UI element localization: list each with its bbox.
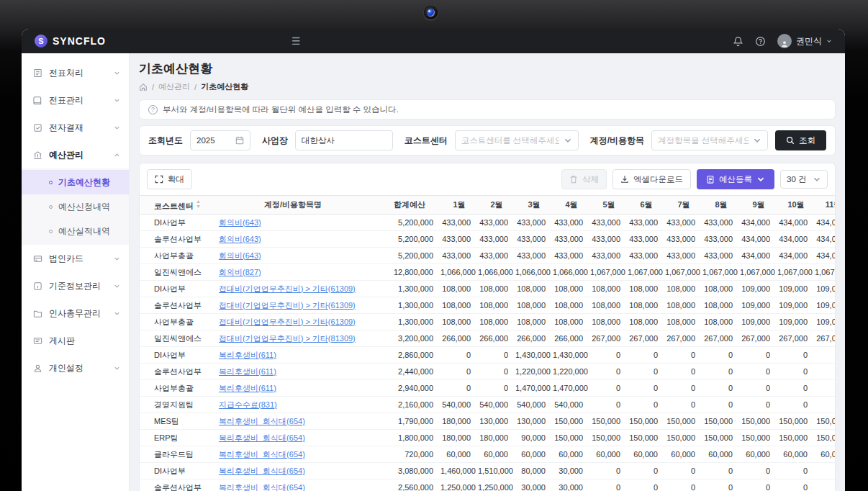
account-cell: 복리후생비(611) bbox=[207, 364, 379, 380]
sidebar-item-slip-manage[interactable]: 전표관리 bbox=[22, 86, 129, 114]
chevron-down-icon bbox=[114, 283, 120, 289]
budget-register-button[interactable]: 예산등록 bbox=[697, 169, 774, 189]
year-input[interactable]: 2025 bbox=[190, 130, 250, 150]
month-budget-cell: 0 bbox=[702, 479, 740, 491]
cost-center-cell: 경영지원팀 bbox=[145, 397, 207, 413]
month-budget-cell: 433,000 bbox=[440, 231, 478, 248]
month-budget-cell: 434,000 bbox=[740, 215, 777, 231]
account-link[interactable]: 회의비(643) bbox=[219, 218, 261, 227]
sidebar-item-label: 전자결재 bbox=[49, 122, 114, 134]
month-budget-cell: 433,000 bbox=[478, 215, 515, 231]
month-budget-cell: 0 bbox=[740, 347, 777, 364]
month-budget-cell: 150,000 bbox=[628, 430, 665, 446]
home-icon[interactable] bbox=[139, 83, 148, 91]
breadcrumb: / 예산관리 / 기초예산현황 bbox=[139, 81, 836, 92]
month-budget-cell: 1,460,000 bbox=[440, 463, 478, 479]
account-link[interactable]: 지급수수료(831) bbox=[219, 400, 277, 409]
month-budget-cell: 108,000 bbox=[665, 314, 702, 330]
column-header[interactable]: 코스트센터▲▼ bbox=[145, 196, 207, 215]
search-button[interactable]: 조회 bbox=[775, 130, 826, 150]
month-budget-cell: 433,000 bbox=[628, 248, 665, 264]
chevron-down-icon bbox=[114, 256, 120, 262]
sidebar-subitem-label: 예산신청내역 bbox=[58, 201, 110, 213]
account-link[interactable]: 복리후생비_회식대(654) bbox=[219, 483, 305, 491]
page-size-select[interactable]: 30 건 bbox=[780, 170, 828, 189]
sidebar-item-corp-card[interactable]: 법인카드 bbox=[22, 245, 129, 272]
sidebar-item-board[interactable]: 게시판 bbox=[22, 327, 129, 354]
month-budget-cell: 0 bbox=[777, 463, 815, 479]
month-budget-cell: 108,000 bbox=[702, 314, 740, 330]
excel-download-button[interactable]: 엑셀다운로드 bbox=[612, 169, 691, 189]
sidebar-item-budget-manage[interactable]: 예산관리 bbox=[22, 141, 129, 168]
account-link[interactable]: 회의비(643) bbox=[219, 235, 261, 243]
month-budget-cell: 109,000 bbox=[815, 297, 835, 314]
account-link[interactable]: 접대비(기업업무추진비) > 기타(81309) bbox=[219, 334, 356, 343]
account-link[interactable]: 복리후생비_회식대(654) bbox=[219, 467, 305, 475]
sort-icon[interactable]: ▲▼ bbox=[196, 199, 200, 209]
account-link[interactable]: 복리후생비(611) bbox=[219, 367, 276, 376]
month-budget-cell: 433,000 bbox=[590, 231, 628, 248]
month-budget-cell: 108,000 bbox=[478, 297, 515, 314]
sidebar-item-e-approval[interactable]: 전자결재 bbox=[22, 114, 129, 141]
sidebar-item-personal-settings[interactable]: 개인설정 bbox=[22, 354, 129, 382]
sidebar-subitem-budget-request-history[interactable]: 예산신청내역 bbox=[22, 194, 129, 219]
account-link[interactable]: 회의비(643) bbox=[219, 251, 261, 260]
account-link[interactable]: 복리후생비(611) bbox=[219, 351, 276, 359]
help-icon[interactable] bbox=[755, 36, 766, 47]
sidebar-item-master-info[interactable]: 기준정보관리 bbox=[22, 272, 129, 299]
sidebar-subitem-label: 예산실적내역 bbox=[58, 225, 110, 238]
breadcrumb-current: 기초예산현황 bbox=[201, 81, 248, 92]
breadcrumb-item[interactable]: 예산관리 bbox=[158, 81, 190, 92]
account-link[interactable]: 복리후생비_회식대(654) bbox=[219, 417, 305, 425]
month-budget-cell: 433,000 bbox=[590, 215, 628, 231]
account-link[interactable]: 접대비(기업업무추진비) > 기타(61309) bbox=[219, 284, 356, 293]
month-budget-cell: 0 bbox=[628, 347, 665, 364]
month-budget-cell: 433,000 bbox=[702, 215, 740, 231]
month-budget-cell: 0 bbox=[440, 364, 478, 380]
account-link[interactable]: 접대비(기업업무추진비) > 기타(61309) bbox=[219, 301, 356, 310]
account-select[interactable]: 계정항목을 선택해주세요. bbox=[651, 130, 768, 150]
account-link[interactable]: 복리후생비_회식대(654) bbox=[219, 450, 305, 459]
menu-toggle-icon[interactable]: ☰ bbox=[291, 36, 301, 46]
sidebar-item-hr-admin[interactable]: 인사총무관리 bbox=[22, 299, 129, 327]
site-input[interactable]: 대한상사 bbox=[295, 130, 393, 150]
month-budget-cell: 433,000 bbox=[628, 231, 665, 248]
checkbox-cell bbox=[140, 314, 145, 330]
costcenter-select[interactable]: 코스트센터를 선택해주세요. bbox=[455, 130, 579, 150]
month-budget-cell: 150,000 bbox=[628, 413, 665, 430]
account-link[interactable]: 회의비(827) bbox=[219, 268, 261, 276]
month-budget-cell: 109,000 bbox=[815, 314, 835, 330]
bell-icon[interactable] bbox=[733, 36, 743, 47]
account-link[interactable]: 접대비(기업업무추진비) > 기타(61309) bbox=[219, 317, 356, 326]
sidebar-subitem-budget-actual-history[interactable]: 예산실적내역 bbox=[22, 219, 129, 243]
delete-button[interactable]: 삭제 bbox=[561, 169, 607, 189]
month-budget-cell: 267,000 bbox=[740, 330, 777, 347]
sidebar-subitem-budget-base-status[interactable]: 기초예산현황 bbox=[22, 170, 129, 194]
month-budget-cell: 109,000 bbox=[740, 281, 777, 297]
month-budget-cell: 433,000 bbox=[515, 231, 553, 248]
checkbox-cell bbox=[140, 446, 145, 463]
month-budget-cell: 60,000 bbox=[440, 446, 478, 463]
sidebar: 전표처리전표관리전자결재예산관리기초예산현황예산신청내역예산실적내역법인카드기준… bbox=[22, 53, 130, 491]
month-budget-cell: 0 bbox=[628, 380, 665, 397]
chevron-down-icon bbox=[114, 365, 120, 371]
month-budget-cell: 0 bbox=[628, 479, 665, 491]
app-logo: S SYNCFLO bbox=[35, 35, 106, 48]
table-header-row: 코스트센터▲▼계정/비용항목명합계예산1월2월3월4월5월6월7월8월9월10월… bbox=[140, 196, 835, 215]
account-link[interactable]: 복리후생비(611) bbox=[219, 384, 276, 392]
user-menu[interactable]: 권민식 bbox=[777, 34, 832, 48]
app-window: S SYNCFLO ☰ 권민식 전표처리전표관리전자결재예산관리기초예산현황예산… bbox=[22, 29, 845, 491]
month-budget-cell: 150,000 bbox=[740, 413, 777, 430]
checkbox-cell bbox=[140, 330, 145, 347]
table-row: 솔루션사업부회의비(643)5,200,000433,000433,000433… bbox=[140, 231, 835, 248]
sidebar-item-label: 기준정보관리 bbox=[49, 280, 114, 292]
column-header: 2월 bbox=[478, 196, 515, 215]
sidebar-item-slip-process[interactable]: 전표처리 bbox=[22, 59, 129, 86]
month-budget-cell: 0 bbox=[740, 397, 777, 413]
account-link[interactable]: 복리후생비_회식대(654) bbox=[219, 433, 305, 442]
month-budget-cell: 0 bbox=[628, 397, 665, 413]
expand-button[interactable]: 확대 bbox=[147, 169, 192, 189]
month-budget-cell: 150,000 bbox=[815, 430, 835, 446]
column-header: 4월 bbox=[553, 196, 590, 215]
total-budget-cell: 2,560,000 bbox=[379, 479, 440, 491]
